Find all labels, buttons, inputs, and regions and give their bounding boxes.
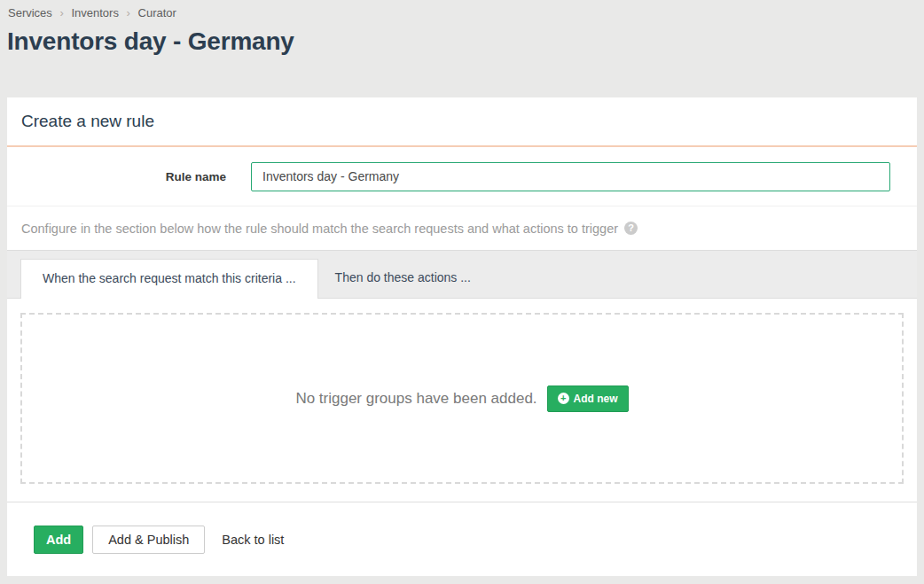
breadcrumb-item-curator[interactable]: Curator [138,6,176,19]
empty-state-message: No trigger groups have been added. [295,390,536,408]
tab-match-criteria[interactable]: When the search request match this crite… [20,259,318,299]
help-text: Configure in the section below how the r… [21,222,618,236]
card-footer: Add Add & Publish Back to list [7,502,917,576]
trigger-groups-empty-panel: No trigger groups have been added. + Add… [20,313,904,484]
tabs: When the search request match this crite… [20,259,488,299]
plus-circle-icon: + [558,393,569,404]
breadcrumb: Services › Inventors › Curator [8,6,176,19]
breadcrumb-item-services[interactable]: Services [8,6,52,19]
add-and-publish-button[interactable]: Add & Publish [92,526,205,554]
rule-name-input[interactable] [251,162,890,191]
tab-strip: When the search request match this crite… [7,250,917,299]
add-new-trigger-group-button[interactable]: + Add new [547,385,629,412]
help-icon[interactable]: ? [624,222,638,235]
add-new-button-label: Add new [574,393,618,405]
breadcrumb-separator: › [127,6,130,19]
add-button[interactable]: Add [34,526,83,554]
create-rule-card: Create a new rule Rule name Configure in… [7,97,917,576]
page-title: Inventors day - Germany [7,27,294,56]
tab-content: No trigger groups have been added. + Add… [7,299,917,502]
card-title: Create a new rule [7,97,917,147]
back-to-list-link[interactable]: Back to list [222,533,284,547]
breadcrumb-item-inventors[interactable]: Inventors [71,6,118,19]
help-row: Configure in the section below how the r… [7,206,917,250]
rule-name-row: Rule name [7,147,917,206]
breadcrumb-separator: › [59,6,63,19]
rule-name-label: Rule name [7,170,251,183]
tab-actions[interactable]: Then do these actions ... [318,259,488,299]
